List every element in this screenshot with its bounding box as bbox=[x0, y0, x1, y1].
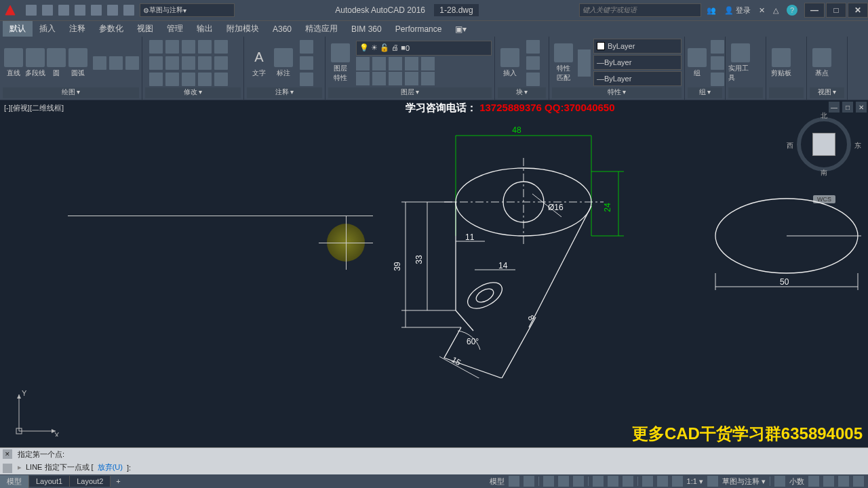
help-icon[interactable]: ? bbox=[787, 5, 797, 16]
open-icon[interactable] bbox=[42, 5, 53, 16]
lineweight-dropdown[interactable]: — ByLayer bbox=[593, 71, 682, 86]
svg-text:50: 50 bbox=[780, 277, 789, 287]
group-button[interactable]: 组 bbox=[688, 48, 707, 78]
osnap-icon[interactable] bbox=[573, 476, 584, 487]
panel-properties-label[interactable]: 特性 ▾ bbox=[552, 87, 682, 98]
exchange-icon[interactable]: ✕ bbox=[759, 6, 765, 15]
status-units[interactable]: 小数 bbox=[789, 476, 804, 487]
tab-featured[interactable]: 精选应用 bbox=[298, 21, 344, 37]
ortho-icon[interactable] bbox=[543, 476, 554, 487]
tab-view[interactable]: 视图 bbox=[130, 21, 160, 37]
isolate-icon[interactable] bbox=[823, 476, 834, 487]
matchprop-button[interactable]: 特性 匹配 bbox=[552, 43, 575, 83]
annoscale-icon[interactable] bbox=[707, 476, 718, 487]
panel-block-label[interactable]: 块 ▾ bbox=[498, 87, 546, 98]
polyline-button[interactable]: 多段线 bbox=[24, 48, 46, 78]
workspace-dropdown[interactable]: ⚙ 草图与注释 ▾ bbox=[140, 3, 235, 17]
lwt-icon[interactable] bbox=[608, 476, 618, 487]
panel-modify-label[interactable]: 修改 ▾ bbox=[145, 87, 241, 98]
tab-insert[interactable]: 插入 bbox=[33, 21, 62, 37]
tab-parametric[interactable]: 参数化 bbox=[92, 21, 130, 37]
layerprop-button[interactable]: 图层 特性 bbox=[328, 43, 352, 83]
panel-utilities: 实用工具 bbox=[726, 37, 766, 100]
baseview-button[interactable]: 基点 bbox=[810, 48, 834, 78]
insert-button[interactable]: 插入 bbox=[498, 48, 522, 78]
tab-performance[interactable]: Performance bbox=[389, 22, 449, 36]
cmd-input[interactable]: ▸ LINE 指定下一点或 [放弃(U)]: bbox=[0, 461, 868, 474]
tab-manage[interactable]: 管理 bbox=[160, 21, 190, 37]
quickprops-icon[interactable] bbox=[672, 476, 683, 487]
panel-viewbase-label[interactable]: 视图 ▾ bbox=[810, 87, 844, 98]
undo-icon[interactable] bbox=[107, 5, 118, 16]
panel-annotate-label[interactable]: 注释 ▾ bbox=[247, 87, 322, 98]
viewcube-top-face[interactable] bbox=[812, 133, 835, 156]
panel-group-label[interactable]: 组 ▾ bbox=[688, 87, 722, 98]
hardware-icon[interactable] bbox=[808, 476, 819, 487]
tab-output[interactable]: 输出 bbox=[190, 21, 220, 37]
tab-default[interactable]: 默认 bbox=[3, 21, 33, 37]
arc-button[interactable]: 圆弧 bbox=[67, 48, 89, 78]
cmd-config-icon[interactable] bbox=[3, 464, 12, 473]
contact-annotation: 学习咨询电话： 13725889376 QQ:370040650 bbox=[406, 102, 615, 115]
viewcube[interactable]: 北 南 西 东 bbox=[793, 114, 854, 175]
saveas-icon[interactable] bbox=[75, 5, 85, 16]
tab-layout2[interactable]: Layout2 bbox=[70, 476, 111, 487]
util-button[interactable]: 实用工具 bbox=[728, 43, 753, 83]
dim-button[interactable]: 标注 bbox=[271, 48, 296, 78]
otrack-icon[interactable] bbox=[593, 476, 604, 487]
panel-layers-label[interactable]: 图层 ▾ bbox=[328, 87, 492, 98]
ribbon: 直线 多段线 圆 圆弧 绘图 ▾ 修改 ▾ A文字 标注 注释 ▾ 图层 特性 … bbox=[0, 37, 868, 100]
maximize-button[interactable]: □ bbox=[826, 3, 846, 18]
tab-extra-icon[interactable]: ▣▾ bbox=[448, 22, 473, 36]
color-dropdown[interactable]: ByLayer bbox=[593, 39, 682, 54]
cleanscreen-icon[interactable] bbox=[838, 476, 849, 487]
view-label[interactable]: [-][俯视][二维线框] bbox=[4, 103, 64, 113]
login-button[interactable]: 👤 登录 bbox=[724, 5, 751, 16]
plot-icon[interactable] bbox=[91, 5, 102, 16]
transparency-icon[interactable] bbox=[623, 476, 633, 487]
clipboard-button[interactable]: 剪贴板 bbox=[769, 48, 793, 78]
app-logo[interactable] bbox=[0, 4, 20, 16]
text-button[interactable]: A文字 bbox=[247, 48, 271, 78]
vp-close-icon[interactable]: ✕ bbox=[856, 102, 867, 113]
cmd-close-icon[interactable]: ✕ bbox=[3, 449, 12, 459]
polar-icon[interactable] bbox=[558, 476, 569, 487]
snap-icon[interactable] bbox=[524, 476, 534, 487]
status-workspace[interactable]: 草图与注释 ▾ bbox=[722, 476, 766, 487]
tab-layout1[interactable]: Layout1 bbox=[29, 476, 70, 487]
annomonitor-icon[interactable] bbox=[657, 476, 668, 487]
save-icon[interactable] bbox=[58, 5, 69, 16]
close-button[interactable]: ✕ bbox=[848, 3, 868, 18]
tab-annotate[interactable]: 注释 bbox=[62, 21, 92, 37]
title-right: 👥 👤 登录 ✕ △ ? bbox=[701, 5, 803, 16]
grid-icon[interactable] bbox=[509, 476, 519, 487]
vp-min-icon[interactable]: — bbox=[829, 102, 840, 113]
minimize-button[interactable]: — bbox=[804, 3, 825, 18]
tab-bim360[interactable]: BIM 360 bbox=[344, 22, 389, 36]
svg-text:Y: Y bbox=[22, 389, 27, 397]
add-layout-button[interactable]: + bbox=[111, 476, 125, 487]
status-scale[interactable]: 1:1 ▾ bbox=[687, 477, 703, 486]
tab-a360[interactable]: A360 bbox=[266, 22, 298, 36]
drawing-area[interactable]: [-][俯视][二维线框] 学习咨询电话： 13725889376 QQ:370… bbox=[0, 100, 868, 447]
units-icon[interactable] bbox=[774, 476, 785, 487]
customize-icon[interactable] bbox=[853, 476, 864, 487]
search-input[interactable]: 键入关键字或短语 bbox=[579, 3, 701, 17]
status-bar: 模型 Layout1 Layout2 + 模型 1:1 ▾ 草图与注释 ▾ 小数 bbox=[0, 474, 868, 488]
ucs-icon: X Y bbox=[14, 389, 61, 436]
vp-max-icon[interactable]: □ bbox=[842, 102, 853, 113]
status-model[interactable]: 模型 bbox=[490, 476, 505, 487]
stayconnect-icon[interactable]: △ bbox=[773, 6, 778, 15]
linetype-dropdown[interactable]: — ByLayer bbox=[593, 55, 682, 70]
color-swatch bbox=[597, 42, 605, 50]
layer-dropdown[interactable]: 💡 ☀ 🔓 🖨 ■ 0 bbox=[356, 41, 492, 56]
infocenter-icon[interactable]: 👥 bbox=[707, 6, 716, 15]
line-button[interactable]: 直线 bbox=[3, 48, 24, 78]
panel-draw-label[interactable]: 绘图 ▾ bbox=[3, 87, 139, 98]
redo-icon[interactable] bbox=[123, 5, 134, 16]
tab-model[interactable]: 模型 bbox=[0, 475, 29, 488]
new-icon[interactable] bbox=[26, 5, 37, 16]
circle-button[interactable]: 圆 bbox=[46, 48, 68, 78]
tab-addins[interactable]: 附加模块 bbox=[220, 21, 266, 37]
cycling-icon[interactable] bbox=[642, 476, 653, 487]
